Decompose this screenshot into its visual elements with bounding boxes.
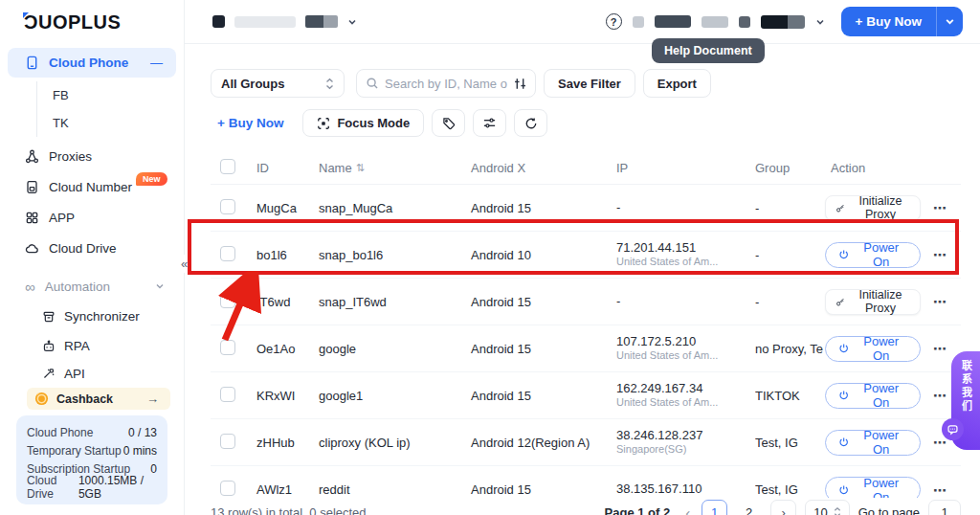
chevron-down-icon <box>347 17 357 27</box>
export-button[interactable]: Export <box>643 69 711 98</box>
refresh-icon <box>524 117 538 130</box>
sidebar-item-cloud-phone[interactable]: Cloud Phone — <box>8 48 176 78</box>
prev-page-button[interactable]: ‹ <box>682 504 693 515</box>
row-checkbox[interactable] <box>220 481 235 496</box>
table-row: Oe1Ao google Android 15 107.172.5.210Uni… <box>211 325 961 372</box>
goto-page-input[interactable] <box>928 500 961 515</box>
help-icon[interactable]: ? <box>606 13 622 30</box>
row-checkbox[interactable] <box>220 199 235 214</box>
cell-group: Test, IG <box>755 482 825 497</box>
cloud-icon <box>25 241 39 256</box>
power-icon <box>838 249 849 260</box>
search-input[interactable] <box>385 77 507 91</box>
goto-page-label: Go to page <box>858 505 920 515</box>
next-page-button[interactable]: › <box>770 500 796 515</box>
initialize-proxy-button[interactable]: Initialize Proxy <box>825 195 921 221</box>
refresh-button[interactable] <box>514 109 547 137</box>
chevron-down-icon[interactable] <box>815 17 825 27</box>
page-button-2[interactable]: 2 <box>736 500 762 515</box>
row-checkbox[interactable] <box>220 246 235 261</box>
row-count-summary: 13 row(s) in total, 0 selected <box>211 505 367 515</box>
initialize-proxy-button[interactable]: Initialize Proxy <box>825 289 921 315</box>
group-filter-select[interactable]: All Groups <box>211 69 345 98</box>
workspace-selector[interactable] <box>212 15 357 28</box>
sliders-icon <box>482 116 497 130</box>
cell-ip: 162.249.167.34 <box>616 381 755 396</box>
cell-name: cliproxy (KOL ip) <box>319 436 471 450</box>
cell-ip: - <box>616 200 755 215</box>
grid-icon <box>25 211 39 225</box>
col-group: Group <box>755 161 825 175</box>
chat-bubble-button[interactable] <box>942 418 964 440</box>
sidebar-item-fb[interactable]: FB <box>37 81 176 109</box>
tag-icon <box>442 117 456 130</box>
row-checkbox[interactable] <box>220 387 235 402</box>
cell-android: Android 15 <box>471 295 616 309</box>
cell-location: United States of Am... <box>616 349 755 363</box>
cloud-phone-table: ID Name⇅ Android X IP Group Action MugCa… <box>211 152 961 513</box>
cell-id: KRxWI <box>256 389 319 403</box>
buy-now-link[interactable]: + Buy Now <box>217 116 283 130</box>
sidebar-item-cloud-drive[interactable]: Cloud Drive <box>8 233 176 263</box>
more-actions-button[interactable]: ⋯ <box>933 341 947 356</box>
more-actions-button[interactable]: ⋯ <box>933 247 947 262</box>
page-size-select[interactable]: 10 <box>805 500 849 515</box>
cell-android: Android 15 <box>471 482 616 497</box>
redacted-block <box>212 15 225 28</box>
power-icon <box>838 437 849 448</box>
redacted-block <box>305 15 338 28</box>
buy-now-dropdown[interactable] <box>936 7 963 36</box>
power-icon <box>838 343 849 354</box>
buy-now-button[interactable]: + Buy Now <box>841 7 936 36</box>
power-on-button[interactable]: Power On <box>825 383 921 409</box>
sort-icon[interactable]: ⇅ <box>356 162 365 174</box>
power-on-button[interactable]: Power On <box>825 336 921 362</box>
collapse-minus-icon[interactable]: — <box>150 56 163 70</box>
power-on-button[interactable]: Power On <box>825 430 921 456</box>
more-actions-button[interactable]: ⋯ <box>933 294 947 309</box>
infinity-icon: ∞ <box>25 280 35 294</box>
sidebar-item-cashback[interactable]: Cashback → <box>27 388 170 410</box>
redacted-block <box>633 16 644 28</box>
row-checkbox[interactable] <box>220 340 235 355</box>
sidebar-item-tk[interactable]: TK <box>37 109 176 137</box>
more-actions-button[interactable]: ⋯ <box>933 388 947 403</box>
col-name[interactable]: Name⇅ <box>319 161 471 175</box>
filter-settings-icon[interactable] <box>513 77 527 91</box>
sidebar-collapse-handle[interactable]: « <box>178 255 190 273</box>
brand-logo[interactable]: ƆUOPLUS <box>0 0 184 44</box>
tag-button[interactable] <box>432 109 465 137</box>
page-button-1[interactable]: 1 <box>702 500 727 515</box>
power-on-button[interactable]: Power On <box>825 242 921 268</box>
sidebar-item-proxies[interactable]: Proxies <box>8 141 176 171</box>
redacted-block <box>702 16 728 28</box>
cell-group: TIKTOK <box>755 389 825 403</box>
new-badge: New <box>136 172 167 186</box>
cell-android: Android 15 <box>471 389 616 403</box>
sim-card-icon <box>25 180 39 194</box>
save-filter-button[interactable]: Save Filter <box>544 69 635 98</box>
more-actions-button[interactable]: ⋯ <box>933 200 947 215</box>
more-actions-button[interactable]: ⋯ <box>933 482 947 498</box>
sidebar-item-cloud-number[interactable]: Cloud Number New <box>8 171 176 202</box>
buy-now-split-button: + Buy Now <box>841 7 963 36</box>
cell-location: United States of Am... <box>616 396 755 410</box>
power-icon <box>838 390 849 401</box>
sidebar-item-api[interactable]: API <box>8 361 176 386</box>
select-all-checkbox[interactable] <box>220 159 235 174</box>
row-checkbox[interactable] <box>220 293 235 308</box>
cell-group: - <box>755 201 825 215</box>
focus-icon <box>317 117 330 130</box>
sidebar-item-rpa[interactable]: RPA <box>8 331 176 361</box>
network-icon <box>25 149 39 164</box>
column-settings-button[interactable] <box>473 109 506 137</box>
sidebar-section-automation[interactable]: ∞ Automation <box>8 271 176 302</box>
sidebar-item-synchronizer[interactable]: Synchronizer <box>8 302 176 331</box>
row-checkbox[interactable] <box>220 434 235 449</box>
logo-text: ƆUOPLUS <box>24 11 121 34</box>
focus-mode-button[interactable]: Focus Mode <box>302 109 424 137</box>
select-caret-icon <box>325 78 334 90</box>
cell-ip: 71.201.44.151 <box>616 240 755 256</box>
cell-name: google <box>319 342 471 356</box>
sidebar-item-app[interactable]: APP <box>8 202 176 233</box>
